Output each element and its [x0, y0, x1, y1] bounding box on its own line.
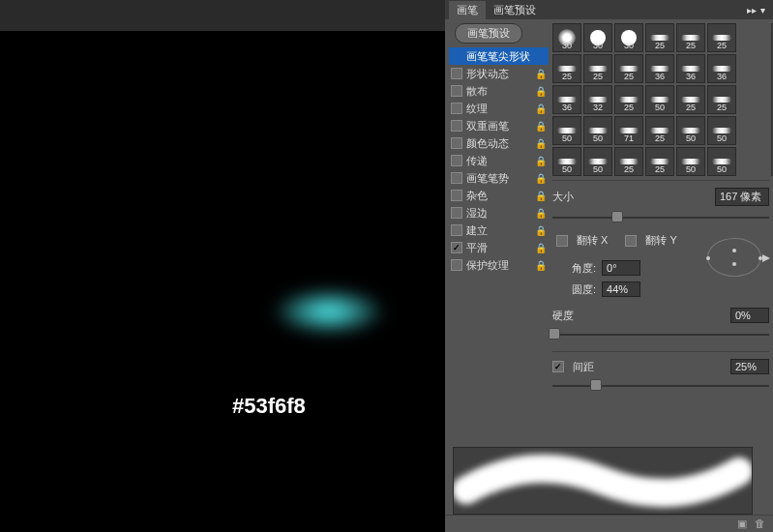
option-color[interactable]: 颜色动态🔒	[449, 134, 549, 152]
option-check-smooth[interactable]	[451, 242, 462, 253]
option-protect[interactable]: 保护纹理🔒	[449, 256, 549, 274]
size-slider[interactable]	[552, 211, 769, 224]
option-check-noise[interactable]	[451, 190, 462, 201]
lock-icon[interactable]: 🔒	[535, 86, 547, 97]
option-label-scatter: 散布	[466, 84, 535, 99]
hardness-value[interactable]: 0%	[730, 308, 769, 323]
brush-tip-50[interactable]: 50	[707, 116, 736, 145]
brush-tip-36[interactable]: 36	[707, 54, 736, 83]
lock-icon[interactable]: 🔒	[535, 260, 547, 271]
option-dual[interactable]: 双重画笔🔒	[449, 117, 549, 134]
brush-tip-25[interactable]: 25	[614, 54, 643, 83]
panel-footer: ▣ 🗑	[445, 515, 773, 532]
brush-tip-30[interactable]: 30	[583, 23, 612, 52]
option-label-dynamics: 形状动态	[466, 67, 535, 81]
lock-icon[interactable]: 🔒	[535, 103, 547, 114]
option-label-protect: 保护纹理	[466, 258, 535, 273]
canvas-area[interactable]: #53f6f8	[0, 31, 445, 532]
brush-stroke-preview	[453, 447, 753, 515]
tab-brush[interactable]: 画笔	[449, 1, 486, 19]
brush-tip-50[interactable]: 50	[707, 147, 736, 176]
brush-tip-25[interactable]: 25	[614, 147, 643, 176]
option-tip[interactable]: 画笔笔尖形状	[449, 47, 549, 65]
flip-y-label: 翻转 Y	[645, 233, 676, 248]
lock-icon[interactable]: 🔒	[535, 208, 547, 219]
brush-tip-50[interactable]: 50	[552, 116, 581, 145]
option-label-transfer: 传递	[466, 154, 535, 168]
brush-tip-50[interactable]: 50	[676, 116, 705, 145]
brush-presets-button[interactable]: 画笔预设	[455, 23, 522, 44]
brush-tip-50[interactable]: 50	[552, 147, 581, 176]
tab-brush-presets[interactable]: 画笔预设	[486, 1, 544, 19]
option-check-pose[interactable]	[451, 172, 462, 184]
option-check-color[interactable]	[451, 137, 462, 149]
brush-tip-36[interactable]: 36	[552, 85, 581, 114]
brush-tip-25[interactable]: 25	[645, 147, 674, 176]
option-check-transfer[interactable]	[451, 155, 462, 166]
option-noise[interactable]: 杂色🔒	[449, 187, 549, 204]
brush-tip-30[interactable]: 30	[614, 23, 643, 52]
lock-icon[interactable]: 🔒	[535, 69, 547, 79]
lock-icon[interactable]: 🔒	[535, 243, 547, 253]
brush-tip-32[interactable]: 32	[583, 85, 612, 114]
option-label-color: 颜色动态	[466, 136, 535, 151]
brush-tip-50[interactable]: 50	[583, 116, 612, 145]
lock-icon[interactable]: 🔒	[535, 156, 547, 166]
hardness-slider[interactable]	[552, 328, 769, 341]
brush-tip-25[interactable]: 25	[707, 85, 736, 114]
flip-x-checkbox[interactable]	[556, 235, 568, 247]
option-label-wet: 湿边	[466, 206, 535, 221]
option-check-scatter[interactable]	[451, 85, 462, 97]
brush-tip-30[interactable]: 30	[552, 23, 581, 52]
spacing-checkbox[interactable]	[552, 361, 564, 372]
lock-icon[interactable]: 🔒	[535, 121, 547, 132]
angle-value[interactable]: 0°	[602, 260, 640, 276]
brush-tip-25[interactable]: 25	[552, 54, 581, 83]
brush-tip-50[interactable]: 50	[645, 85, 674, 114]
option-texture[interactable]: 纹理🔒	[449, 100, 549, 117]
option-label-dual: 双重画笔	[466, 119, 535, 133]
brush-tip-25[interactable]: 25	[676, 85, 705, 114]
lock-icon[interactable]: 🔒	[535, 173, 547, 184]
new-preset-icon[interactable]: ▣	[737, 517, 747, 530]
option-check-dynamics[interactable]	[451, 68, 462, 79]
delete-icon[interactable]: 🗑	[755, 517, 765, 530]
angle-roundness-widget[interactable]	[707, 238, 761, 277]
brush-tip-25[interactable]: 25	[614, 85, 643, 114]
flip-y-checkbox[interactable]	[625, 235, 637, 247]
option-wet[interactable]: 湿边🔒	[449, 204, 549, 222]
option-check-wet[interactable]	[451, 207, 462, 219]
option-scatter[interactable]: 散布🔒	[449, 82, 549, 100]
brush-tip-36[interactable]: 36	[645, 54, 674, 83]
brush-tip-25[interactable]: 25	[707, 23, 736, 52]
brush-tip-25[interactable]: 25	[583, 54, 612, 83]
panel-menu-icon[interactable]: ▾	[760, 5, 765, 15]
collapse-icon[interactable]: ▸▸	[747, 5, 757, 15]
lock-icon[interactable]: 🔒	[535, 225, 547, 236]
lock-icon[interactable]: 🔒	[535, 191, 547, 201]
lock-icon[interactable]: 🔒	[535, 138, 547, 149]
brush-tip-36[interactable]: 36	[676, 54, 705, 83]
brush-tip-25[interactable]: 25	[645, 116, 674, 145]
flip-x-label: 翻转 X	[577, 233, 608, 248]
panel-tab-bar: 画笔 画笔预设 ▸▸ ▾	[445, 0, 773, 19]
roundness-label: 圆度:	[572, 282, 596, 297]
option-check-buildup[interactable]	[451, 224, 462, 236]
brush-tip-50[interactable]: 50	[676, 147, 705, 176]
option-check-texture[interactable]	[451, 103, 462, 114]
option-pose[interactable]: 画笔笔势🔒	[449, 169, 549, 187]
option-smooth[interactable]: 平滑🔒	[449, 239, 549, 256]
brush-tip-25[interactable]: 25	[676, 23, 705, 52]
option-dynamics[interactable]: 形状动态🔒	[449, 65, 549, 82]
option-check-dual[interactable]	[451, 120, 462, 132]
size-value[interactable]: 167 像素	[715, 188, 769, 206]
option-buildup[interactable]: 建立🔒	[449, 222, 549, 239]
roundness-value[interactable]: 44%	[602, 281, 640, 297]
spacing-slider[interactable]	[552, 379, 769, 393]
brush-tip-50[interactable]: 50	[583, 147, 612, 176]
spacing-value[interactable]: 25%	[730, 359, 769, 374]
brush-tip-25[interactable]: 25	[645, 23, 674, 52]
option-transfer[interactable]: 传递🔒	[449, 152, 549, 169]
brush-tip-71[interactable]: 71	[614, 116, 643, 145]
option-check-protect[interactable]	[451, 259, 462, 271]
